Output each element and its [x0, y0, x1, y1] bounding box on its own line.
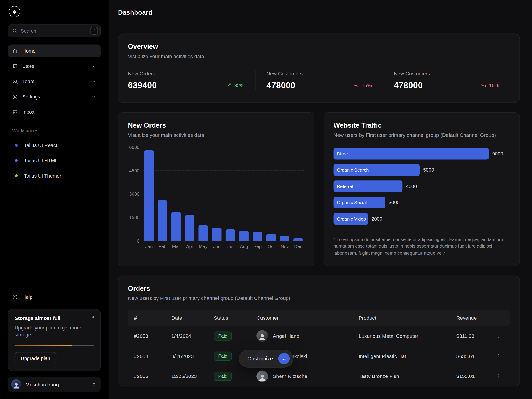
sidebar-item-team[interactable]: Team: [8, 75, 101, 88]
traffic-bar-value: 5000: [423, 167, 434, 173]
trend-down-icon: [480, 82, 487, 89]
workspace-list: Tailus UI ReactTailus UI HTMLTailus UI T…: [8, 139, 101, 182]
y-axis-tick: 6000: [128, 145, 139, 150]
orders-title: Orders: [128, 285, 510, 292]
flower-logo-icon: [11, 8, 18, 15]
orders-subtitle: New users by First user primary channel …: [128, 295, 510, 301]
search-icon: [12, 28, 17, 33]
workspace-dot: [15, 144, 18, 146]
inbox-icon: [12, 109, 18, 115]
sidebar-item-help[interactable]: Help: [8, 291, 101, 304]
x-axis-label: Mar: [171, 244, 181, 249]
close-icon[interactable]: [90, 314, 95, 319]
bar-sep: [253, 232, 262, 241]
sidebar-item-label: Team: [22, 79, 34, 84]
website-traffic-subtitle: New users by First user primary channel …: [334, 132, 510, 138]
workspace-dot: [15, 159, 18, 162]
user-avatar: [11, 379, 21, 389]
storage-progress-fill: [15, 345, 72, 346]
column-header--: #: [128, 315, 165, 321]
sidebar-item-settings[interactable]: Settings: [8, 90, 101, 103]
help-label: Help: [22, 294, 32, 300]
customize-button[interactable]: Customize: [239, 350, 293, 367]
traffic-bar: Organic Search: [334, 164, 420, 176]
sidebar-item-store[interactable]: Store: [8, 60, 101, 72]
workspace-dot: [15, 174, 18, 177]
storage-body: Upgrade your plan to get more storage: [15, 324, 91, 339]
x-axis-label: May: [198, 244, 208, 249]
stat-label: New Customers: [266, 70, 372, 76]
bar-dec: [293, 238, 303, 241]
new-orders-title: New Orders: [128, 121, 304, 129]
orders-table-header: #DateStatusCustomerProductRevenue: [128, 310, 510, 326]
user-menu[interactable]: Méschac Irung: [8, 377, 101, 392]
stat-label: New Orders: [128, 70, 245, 76]
y-axis-tick: 3000: [128, 191, 139, 197]
search-shortcut-badge: /: [90, 27, 98, 35]
workspace-label: Tailus UI Themer: [24, 173, 61, 178]
workspace-item-tailus-ui-react[interactable]: Tailus UI React: [8, 139, 101, 151]
content: Overview Visualize your main activities …: [109, 25, 532, 399]
website-traffic-footnote: * Lorem ipsum dolor sit amet consectetur…: [334, 236, 510, 257]
bar-nov: [280, 236, 290, 241]
sidebar-item-label: Home: [22, 48, 35, 53]
new-orders-card: New Orders Visualize your main activitie…: [118, 112, 314, 266]
column-header-status: Status: [208, 315, 250, 321]
column-header-revenue: Revenue: [450, 315, 510, 321]
kebab-icon[interactable]: [496, 353, 502, 359]
bar-apr: [185, 215, 194, 241]
column-header-date: Date: [165, 315, 208, 321]
sliders-icon: [278, 353, 290, 364]
customer-avatar: [256, 330, 268, 342]
traffic-bar-value: 3000: [389, 200, 399, 205]
bar-aug: [239, 231, 249, 241]
order-product: Intelligent Plastic Hat: [352, 353, 450, 359]
order-date: 8/11/2023: [165, 353, 208, 359]
traffic-bar-label: Organic Video: [337, 216, 366, 222]
sidebar-item-label: Store: [22, 63, 34, 69]
trend-up-icon: [225, 82, 232, 89]
table-row: #20531/4/2024PaidAngel HandLuxurious Met…: [128, 326, 510, 346]
stat-new-customers: New Customers47800015%: [255, 70, 383, 90]
orders-table-body: #20531/4/2024PaidAngel HandLuxurious Met…: [128, 326, 510, 386]
traffic-row-organic-search: Organic Search5000: [334, 164, 510, 176]
order-revenue: $155.01: [456, 373, 475, 379]
search-box[interactable]: /: [8, 24, 101, 37]
column-header-customer: Customer: [250, 315, 353, 321]
stat-value: 478000: [266, 81, 295, 90]
stat-delta: 15%: [480, 82, 499, 89]
upgrade-plan-button[interactable]: Upgrade plan: [15, 352, 56, 364]
sidebar-item-label: Inbox: [22, 109, 34, 115]
app-logo[interactable]: [9, 6, 20, 18]
status-badge: Paid: [214, 331, 232, 341]
orders-table: #DateStatusCustomerProductRevenue #20531…: [128, 310, 510, 386]
team-icon: [12, 78, 18, 84]
table-row: #20548/11/2023PaidLucia JaskolskiIntelli…: [128, 346, 510, 366]
bar-oct: [266, 234, 276, 241]
workspace-item-tailus-ui-themer[interactable]: Tailus UI Themer: [8, 169, 101, 182]
traffic-bar: Organic Social: [334, 197, 385, 208]
traffic-row-direct: Direct9000: [334, 148, 510, 159]
workspace-label: Tailus UI HTML: [24, 158, 58, 163]
traffic-bar-label: Organic Social: [337, 200, 367, 205]
topbar: Dashboard: [109, 0, 532, 25]
traffic-row-organic-social: Organic Social3000: [334, 197, 510, 208]
kebab-icon[interactable]: [496, 373, 502, 379]
traffic-bar-label: Organic Search: [337, 167, 369, 172]
customer-name: Shern Nitzsche: [273, 373, 307, 379]
x-axis-label: Aug: [239, 244, 249, 249]
stat-new-orders: New Orders63940032%: [128, 70, 255, 90]
sidebar-item-inbox[interactable]: Inbox: [8, 106, 101, 118]
kebab-icon[interactable]: [496, 333, 502, 339]
overview-card: Overview Visualize your main activities …: [118, 34, 520, 103]
sidebar-item-label: Settings: [22, 94, 40, 99]
search-input[interactable]: [21, 28, 87, 33]
website-traffic-bars: Direct9000Organic Search5000Referral4000…: [334, 148, 510, 225]
x-axis-label: Feb: [158, 244, 167, 249]
y-axis-tick: 0: [128, 238, 139, 243]
traffic-row-referral: Referral4000: [334, 180, 510, 192]
stat-delta: 15%: [353, 82, 372, 89]
sidebar: / HomeStoreTeamSettingsInbox Workspaces …: [0, 0, 109, 399]
sidebar-item-home[interactable]: Home: [8, 44, 101, 57]
workspace-item-tailus-ui-html[interactable]: Tailus UI HTML: [8, 154, 101, 167]
